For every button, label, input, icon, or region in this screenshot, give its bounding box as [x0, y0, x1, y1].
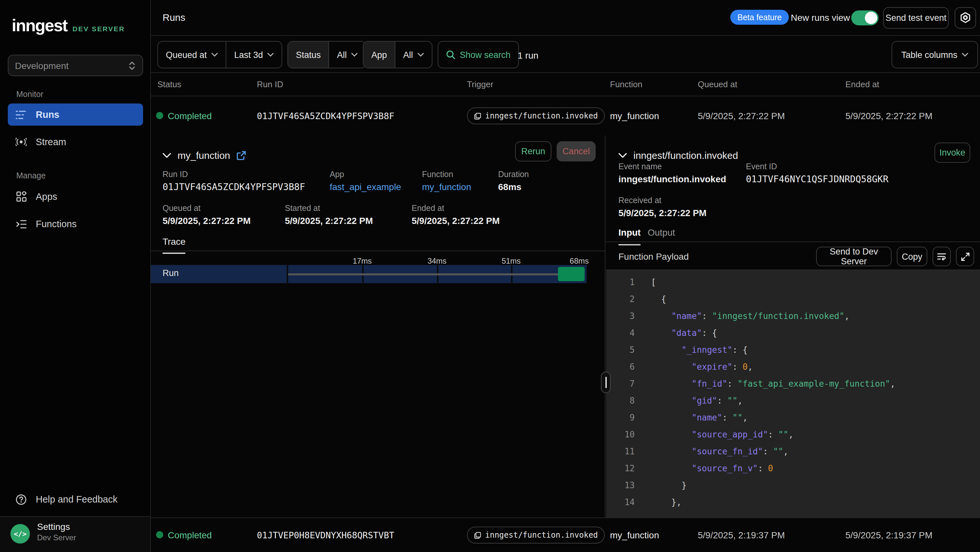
settings-gear-button[interactable] [955, 7, 976, 29]
queued-at-label: Queued at [166, 50, 207, 59]
copy-icon [474, 112, 481, 120]
apps-icon [16, 191, 27, 202]
help-label: Help and Feedback [36, 494, 118, 504]
new-runs-view-toggle[interactable] [851, 10, 878, 26]
dev-server-badge: DEV SERVER [73, 25, 125, 32]
run-detail-panel: my_function Rerun Cancel Run ID 01JTVF46… [151, 136, 980, 517]
run-table-row[interactable]: Completed01JTVEP0H8EVDNYXH68QRSTVBTinnge… [151, 517, 980, 552]
sidebar-item-label: Functions [36, 219, 77, 229]
trace-tick: 51ms [502, 257, 521, 266]
ended-value: 5/9/2025, 2:27:22 PM [412, 215, 500, 226]
expand-icon [961, 252, 969, 261]
word-wrap-button[interactable] [932, 247, 951, 266]
toggle-knob [865, 12, 877, 24]
queued-at-filter[interactable]: Queued at [158, 41, 226, 68]
status-value: Completed [168, 111, 212, 121]
new-runs-view-label: New runs view [791, 12, 850, 23]
ended-at-cell: 5/9/2025, 2:27:22 PM [845, 111, 932, 121]
col-status: Status [158, 80, 181, 89]
sidebar-item-label: Stream [36, 137, 66, 147]
run-id-cell: 01JTVEP0H8EVDNYXH68QRSTVBT [257, 530, 395, 540]
sidebar-item-runs[interactable]: Runs [8, 104, 143, 126]
chevron-updown-icon [128, 60, 136, 71]
function-payload-bar: Function Payload Send to Dev Server Copy [606, 242, 980, 270]
function-label: Function [422, 170, 453, 179]
help-and-feedback[interactable]: Help and Feedback [8, 489, 143, 510]
chevron-down-icon [417, 53, 424, 57]
filter-bar: Queued at Last 3d Status All [151, 37, 980, 73]
sidebar-item-label: Runs [36, 109, 59, 120]
top-bar: Runs Beta feature New runs view Send tes… [151, 0, 980, 36]
status-filter-value[interactable]: All [329, 41, 366, 68]
sidebar-item-apps[interactable]: Apps [8, 185, 143, 207]
duration-value: 68ms [498, 182, 522, 192]
cancel-button[interactable]: Cancel [557, 141, 596, 161]
environment-select-value: Development [15, 60, 128, 71]
code-line: 13 } [606, 477, 980, 494]
trigger-cell[interactable]: inngest/function.invoked [467, 526, 605, 544]
trace-run-label: Run [162, 268, 179, 278]
sidebar-item-functions[interactable]: Functions [8, 213, 143, 235]
queued-at-cell: 5/9/2025, 2:19:37 PM [698, 530, 785, 540]
invoke-button[interactable]: Invoke [934, 142, 970, 163]
app-filter-value[interactable]: All [395, 41, 432, 68]
code-line: 7 "fn_id": "fast_api_example-my_function… [606, 376, 980, 392]
status-filter-group: Status All [288, 41, 366, 69]
time-range-filter[interactable]: Last 3d [226, 41, 282, 68]
logo-wordmark: inngest [12, 16, 67, 36]
sidebar-item-stream[interactable]: Stream [8, 131, 143, 153]
status-dot [156, 530, 163, 540]
sidebar-section-manage: Manage [16, 171, 46, 180]
word-wrap-icon [937, 252, 946, 260]
status-dot [156, 111, 163, 121]
event-name-value: inngest/function.invoked [619, 174, 726, 184]
trace-divider [151, 250, 605, 251]
environment-select[interactable]: Development [8, 55, 143, 76]
function-cell: my_function [610, 530, 659, 540]
run-id-value: 01JTVF46SA5ZCDK4YPFSPV3B8F [162, 182, 305, 192]
payload-code-editor[interactable]: 1[2 {3 "name": "inngest/function.invoked… [606, 270, 980, 517]
started-label: Started at [285, 204, 320, 213]
status-value: Completed [168, 530, 212, 540]
col-queued: Queued at [698, 80, 737, 89]
time-filter-group: Queued at Last 3d [158, 41, 283, 69]
chevron-down-icon [352, 53, 358, 57]
show-search-button[interactable]: Show search [438, 41, 518, 68]
table-header: Status Run ID Trigger Function Queued at… [151, 73, 980, 96]
app-link[interactable]: fast_api_example [330, 182, 401, 192]
ended-label: Ended at [412, 204, 444, 213]
col-ended: Ended at [845, 80, 879, 89]
ended-at-cell: 5/9/2025, 2:19:37 PM [845, 530, 932, 540]
col-run-id: Run ID [257, 80, 283, 89]
runs-icon [16, 109, 27, 120]
send-to-dev-server-button[interactable]: Send to Dev Server [816, 247, 892, 266]
run-table-row[interactable]: Completed01JTVF46SA5ZCDK4YPFSPV3B8Finnge… [151, 96, 980, 136]
run-info-pane: my_function Rerun Cancel Run ID 01JTVF46… [151, 136, 605, 517]
run-id-cell: 01JTVF46SA5ZCDK4YPFSPV3B8F [257, 111, 395, 121]
send-test-event-button[interactable]: Send test event [883, 7, 949, 29]
rerun-button[interactable]: Rerun [515, 141, 552, 161]
chevron-down-icon [267, 53, 274, 57]
help-icon [16, 494, 27, 505]
trigger-cell[interactable]: inngest/function.invoked [467, 107, 605, 124]
settings-row[interactable]: </> Settings Dev Server [0, 516, 150, 552]
copy-button[interactable]: Copy [897, 247, 928, 266]
expand-button[interactable] [956, 247, 974, 266]
code-line: 9 "name": "", [606, 410, 980, 426]
logo: inngest DEV SERVER [12, 16, 125, 36]
page-title: Runs [162, 12, 185, 23]
pane-resize-handle[interactable] [601, 372, 611, 393]
app-window: inngest DEV SERVER Development Monitor R… [0, 0, 980, 552]
settings-subtitle: Dev Server [37, 533, 76, 542]
event-id-value: 01JTVF46NYC1QSFJDNRDQ58GKR [746, 174, 888, 184]
external-link-icon[interactable] [237, 151, 246, 160]
time-range-label: Last 3d [234, 50, 263, 59]
table-columns-button[interactable]: Table columns [892, 41, 978, 68]
trace-run-span[interactable]: Run [151, 265, 587, 283]
function-link[interactable]: my_function [422, 182, 471, 192]
sidebar-item-label: Apps [36, 191, 57, 202]
code-line: 10 "source_app_id": "", [606, 426, 980, 443]
code-line: 4 "data": { [606, 325, 980, 342]
app-label: App [330, 170, 344, 179]
trace-tick: 17ms [353, 257, 372, 266]
